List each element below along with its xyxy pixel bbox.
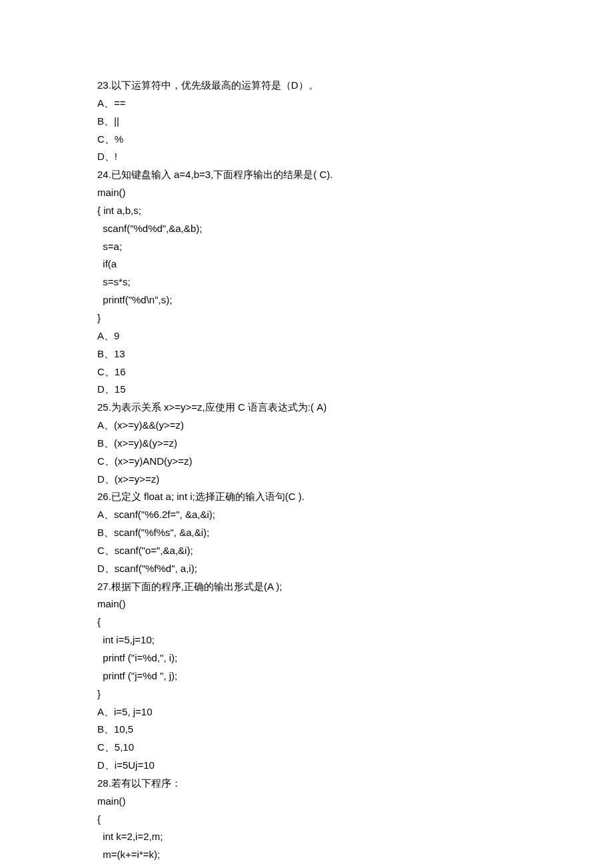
text-line: {: [97, 811, 613, 829]
text-line: C、(x>=y)AND(y>=z): [97, 453, 613, 471]
text-line: A、(x>=y)&&(y>=z): [97, 417, 613, 435]
text-line: A、i=5, j=10: [97, 703, 613, 721]
text-line: 24.已知键盘输入 a=4,b=3,下面程序输出的结果是( C).: [97, 166, 613, 184]
text-line: s=s*s;: [97, 273, 613, 291]
text-line: D、(x>=y>=z): [97, 471, 613, 489]
text-line: D、15: [97, 381, 613, 399]
text-line: main(): [97, 595, 613, 613]
text-line: C、5,10: [97, 739, 613, 757]
text-line: }: [97, 685, 613, 703]
text-line: }: [97, 309, 613, 327]
text-line: B、(x>=y)&(y>=z): [97, 435, 613, 453]
text-line: 27.根据下面的程序,正确的输出形式是(A );: [97, 578, 613, 596]
text-line: main(): [97, 793, 613, 811]
text-line: D、scanf("%f%d", a,i);: [97, 560, 613, 578]
text-line: m=(k+=i*=k);: [97, 846, 613, 864]
text-line: B、10,5: [97, 721, 613, 739]
text-line: B、scanf("%f%s", &a,&i);: [97, 524, 613, 542]
text-line: main(): [97, 184, 613, 202]
text-line: printf ("j=%d ", j);: [97, 667, 613, 685]
text-line: printf ("i=%d,", i);: [97, 649, 613, 667]
text-line: C、16: [97, 363, 613, 381]
text-line: B、||: [97, 113, 613, 131]
text-line: scanf("%d%d",&a,&b);: [97, 220, 613, 238]
text-line: A、scanf("%6.2f=", &a,&i);: [97, 506, 613, 524]
text-line: 26.已定义 float a; int i;选择正确的输入语句(C ).: [97, 488, 613, 506]
text-line: {: [97, 613, 613, 631]
text-line: D、i=5Uj=10: [97, 757, 613, 775]
text-line: A、9: [97, 327, 613, 345]
text-line: s=a;: [97, 238, 613, 256]
text-line: B、13: [97, 345, 613, 363]
text-line: { int a,b,s;: [97, 202, 613, 220]
text-line: 28.若有以下程序：: [97, 775, 613, 793]
text-line: printf("%d\n",s);: [97, 291, 613, 309]
text-line: 25.为表示关系 x>=y>=z,应使用 C 语言表达式为:( A): [97, 399, 613, 417]
text-line: int i=5,j=10;: [97, 631, 613, 649]
text-line: D、!: [97, 148, 613, 166]
text-line: 23.以下运算符中，优先级最高的运算符是（D）。: [97, 77, 613, 95]
text-line: if(a: [97, 255, 613, 273]
text-line: int k=2,i=2,m;: [97, 828, 613, 846]
text-line: A、==: [97, 95, 613, 113]
text-line: C、scanf("o=",&a,&i);: [97, 542, 613, 560]
document-page: 23.以下运算符中，优先级最高的运算符是（D）。A、==B、||C、%D、!24…: [0, 0, 613, 868]
text-line: C、%: [97, 131, 613, 149]
